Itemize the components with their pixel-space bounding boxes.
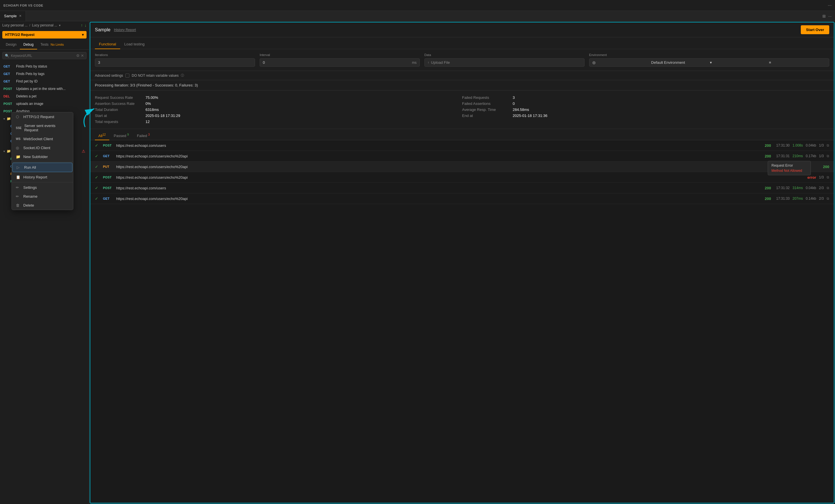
method-selector-label: HTTP/1/2 Request <box>5 33 35 37</box>
context-menu-settings-label: Settings <box>23 185 37 190</box>
method-selector[interactable]: HTTP/1/2 Request ▾ <box>2 31 86 39</box>
result-row[interactable]: ✓ POST https://rest.echoapi.com/users 20… <box>90 140 834 151</box>
iterations-label: Iterations <box>95 53 255 57</box>
result-method: POST <box>103 175 113 179</box>
result-iter: 1/3 <box>819 175 824 179</box>
tab-load-testing[interactable]: Load testing <box>120 40 149 49</box>
help-icon[interactable]: ⓘ <box>181 73 184 78</box>
env-menu-icon: ≡ <box>769 60 826 65</box>
copy-icon[interactable]: ⧉ <box>827 143 829 147</box>
sample-error-badge: ⚠ <box>82 149 85 153</box>
list-item[interactable]: POST Updates a pet in the store with... <box>0 85 89 92</box>
list-item[interactable]: GET Finds Pets by status <box>0 63 89 70</box>
result-method: GET <box>103 154 113 158</box>
result-row[interactable]: ✓ GET https://rest.echoapi.com/users/ech… <box>90 193 834 204</box>
copy-icon[interactable]: ⧉ <box>827 196 829 201</box>
method-badge: GET <box>3 72 14 76</box>
tab-functional[interactable]: Functional <box>95 40 120 49</box>
context-menu-rename-label: Rename <box>23 194 37 198</box>
stat-label: End at <box>462 113 508 118</box>
list-item[interactable]: POST uploads an image <box>0 100 89 107</box>
start-over-button[interactable]: Start Over <box>801 25 829 34</box>
environment-selector[interactable]: ◎ Default Environment ▾ ≡ <box>589 58 829 67</box>
list-item[interactable]: GET Find pet by ID <box>0 78 89 85</box>
retain-variables-checkbox[interactable] <box>125 74 129 78</box>
stat-row: End at 2025-01-18 17:31:36 <box>462 113 829 119</box>
context-menu-socketio[interactable]: ◎ Socket.IO Client <box>12 143 73 152</box>
result-url: https://rest.echoapi.com/users/echo%20ap… <box>116 154 762 158</box>
stat-label: Failed Requests <box>462 96 508 100</box>
context-menu-settings[interactable]: ✏ Settings <box>12 183 73 192</box>
context-menu-runall[interactable]: ▷ Run All <box>12 163 73 172</box>
copy-icon[interactable]: ⧉ <box>827 175 829 179</box>
context-menu-subfolder[interactable]: 📁 New Subfolder <box>12 152 73 161</box>
tab-tests[interactable]: Tests No Limits <box>37 40 67 49</box>
context-menu-http[interactable]: ⬡ HTTP/1/2 Request <box>12 112 73 121</box>
stat-label: Assertion Success Rate <box>95 101 141 106</box>
context-menu-rename[interactable]: ✏ Rename <box>12 192 73 201</box>
data-placeholder[interactable]: Upload File <box>431 60 450 65</box>
result-size: 0.17kb <box>806 154 816 158</box>
list-item[interactable]: DEL Deletes a pet <box>0 92 89 100</box>
search-settings-icon[interactable]: ⚙ <box>76 54 80 58</box>
stat-label: Failed Assertions <box>462 101 508 106</box>
iterations-input[interactable] <box>98 60 252 65</box>
tab-design[interactable]: Design <box>2 40 20 49</box>
search-input[interactable] <box>11 54 75 58</box>
stats-left: Request Success Rate 75.00% Assertion Su… <box>95 94 462 125</box>
stat-row: Total Duration 6318ms <box>95 107 462 113</box>
history-report-link[interactable]: History Report <box>114 28 136 32</box>
context-menu-ws-label: WebSocket Client <box>23 137 53 141</box>
result-tab-all[interactable]: All12 <box>95 131 109 140</box>
result-status: 200 <box>765 143 771 148</box>
data-label: Data <box>424 53 585 57</box>
interval-input[interactable] <box>263 60 410 65</box>
download-cloud-icon[interactable]: ↓ <box>84 23 86 27</box>
stat-value: 0 <box>513 101 515 106</box>
context-menu-history-label: History Report <box>23 175 47 179</box>
request-name: Finds Pets by status <box>16 64 47 68</box>
stat-value: 6318ms <box>145 107 159 112</box>
result-tab-failed[interactable]: Failed 3 <box>134 131 153 140</box>
context-menu-history[interactable]: 📋 History Report <box>12 173 73 182</box>
result-row[interactable]: ✓ POST https://rest.echoapi.com/users 20… <box>90 183 834 193</box>
stats-grid: Request Success Rate 75.00% Assertion Su… <box>90 90 834 129</box>
context-menu-sse[interactable]: SSE Server sent events Request <box>12 121 73 134</box>
copy-icon[interactable]: ⧉ <box>827 186 829 190</box>
context-menu-delete[interactable]: 🗑 Delete <box>12 201 73 210</box>
context-menu-subfolder-label: New Subfolder <box>23 154 48 159</box>
advanced-settings-row: Advanced settings DO NOT retain variable… <box>90 71 834 80</box>
app-title: ECHOAPI FOR VS CODE <box>3 4 43 7</box>
stat-value: 284.58ms <box>513 107 529 112</box>
result-row[interactable]: ✓ POST https://rest.echoapi.com/users/ec… <box>90 172 834 183</box>
upload-cloud-icon[interactable]: ↑ <box>81 23 83 27</box>
request-name: Updates a pet in the store with... <box>16 87 65 91</box>
tab-close-icon[interactable]: ✕ <box>19 14 22 18</box>
result-row[interactable]: ✓ PUT https://rest.echoapi.com/users/ech… <box>90 162 834 172</box>
result-row[interactable]: ✓ GET https://rest.echoapi.com/users/ech… <box>90 151 834 162</box>
method-badge: GET <box>3 80 14 83</box>
split-view-icon[interactable]: ⊞ <box>822 14 826 18</box>
content-title: Sample <box>95 27 110 33</box>
workspace-chevron[interactable]: ▾ <box>59 24 61 27</box>
upload-icon: ↑ <box>428 61 429 65</box>
more-options-icon[interactable]: ··· <box>828 14 832 18</box>
result-status: 200 <box>765 154 771 158</box>
context-menu-ws[interactable]: WS WebSocket Client <box>12 134 73 143</box>
rename-icon: ✏ <box>16 194 20 198</box>
copy-icon[interactable]: ⧉ <box>827 154 829 158</box>
result-time: 17:31:32 <box>776 186 790 190</box>
tab-debug[interactable]: Debug <box>20 40 37 49</box>
result-tab-passed[interactable]: Passed 9 <box>110 131 133 140</box>
result-iter: 1/3 <box>819 143 824 147</box>
sse-icon: SSE <box>16 126 21 130</box>
search-clear-icon[interactable]: ✕ <box>81 54 84 58</box>
http-icon: ⬡ <box>16 114 20 119</box>
result-check-icon: ✓ <box>95 196 100 201</box>
stat-value: 2025-01-18 17:31:29 <box>145 113 180 118</box>
result-method: PUT <box>103 165 113 168</box>
list-item[interactable]: GET Finds Pets by tags <box>0 70 89 78</box>
environment-label: Environment <box>589 53 829 57</box>
tab-sample[interactable]: Sample ✕ <box>0 11 26 21</box>
app-menu-dots[interactable]: ··· <box>828 3 832 8</box>
